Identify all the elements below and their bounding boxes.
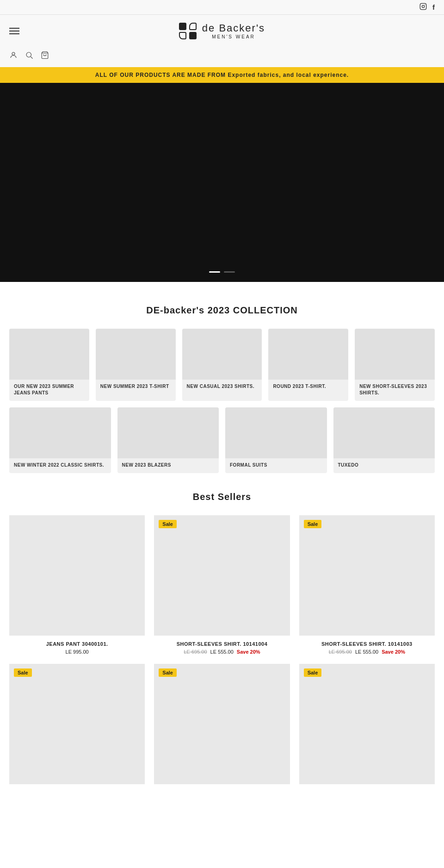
- sale-badge-6: Sale: [304, 668, 322, 677]
- hero-dot-1[interactable]: [209, 271, 220, 273]
- collection-card-label-0: OUR NEW 2023 SUMMER JEANS PANTS: [9, 380, 89, 401]
- collection-card-img-4: [355, 329, 435, 380]
- sale-badge-5: Sale: [159, 668, 177, 677]
- facebook-icon[interactable]: f: [432, 3, 435, 11]
- logo-icon: [179, 23, 197, 39]
- price-sale-2: LE 555.00: [210, 649, 234, 655]
- logo-text: de Backer's MEN'S WEAR: [202, 22, 265, 40]
- collection-card-label-1: NEW SUMMER 2023 T-SHIRT: [96, 380, 176, 394]
- collection-card-label-6: NEW 2023 BLAZERS: [117, 458, 219, 473]
- user-icon[interactable]: [9, 51, 18, 62]
- svg-point-1: [422, 5, 424, 7]
- sale-badge-3: Sale: [304, 520, 322, 528]
- collection-grid-top: OUR NEW 2023 SUMMER JEANS PANTS NEW SUMM…: [9, 329, 435, 401]
- price-original-3: LE 695.00: [329, 649, 352, 655]
- announcement-bar: ALL OF OUR PRODUCTS ARE MADE FROM Export…: [0, 67, 444, 83]
- collection-card-img-6: [117, 407, 219, 458]
- product-img-3: Sale: [299, 515, 435, 636]
- collection-card-img-0: [9, 329, 89, 380]
- product-name-1: JEANS PANT 30400101.: [9, 641, 145, 647]
- collection-card-label-4: NEW SHORT-SLEEVES 2023 SHIRTS.: [355, 380, 435, 401]
- product-name-3: SHORT-SLEEVES SHIRT. 10141003: [299, 641, 435, 647]
- collection-card-img-5: [9, 407, 111, 458]
- collection-card-3[interactable]: ROUND 2023 T-SHIRT.: [268, 329, 348, 401]
- price-save-3: Save 20%: [382, 649, 405, 655]
- svg-rect-0: [420, 3, 426, 9]
- collection-card-img-3: [268, 329, 348, 380]
- price-save-2: Save 20%: [237, 649, 260, 655]
- svg-point-3: [12, 52, 15, 55]
- collection-card-label-2: NEW CASUAL 2023 SHIRTS.: [182, 380, 262, 394]
- product-img-5: Sale: [154, 664, 290, 784]
- product-img-4: Sale: [9, 664, 145, 784]
- price-regular-1: LE 995.00: [66, 649, 89, 655]
- collection-card-0[interactable]: OUR NEW 2023 SUMMER JEANS PANTS: [9, 329, 89, 401]
- collection-card-img-2: [182, 329, 262, 380]
- announcement-text: ALL OF OUR PRODUCTS ARE MADE FROM Export…: [95, 72, 349, 78]
- collection-card-img-7: [225, 407, 327, 458]
- section-gap-1: [0, 282, 444, 305]
- product-img-2: Sale: [154, 515, 290, 636]
- collection-grid-bottom: NEW WINTER 2022 CLASSIC SHIRTS. NEW 2023…: [9, 407, 435, 473]
- instagram-icon[interactable]: [419, 3, 427, 12]
- product-price-2: LE 695.00 LE 555.00 Save 20%: [154, 649, 290, 655]
- brand-name: de Backer's: [202, 22, 265, 34]
- product-img-6: Sale: [299, 664, 435, 784]
- product-card-6[interactable]: Sale: [299, 664, 435, 790]
- brand-sub: MEN'S WEAR: [202, 34, 265, 40]
- menu-button[interactable]: [9, 28, 19, 34]
- top-social-bar: f: [0, 0, 444, 15]
- collection-card-label-5: NEW WINTER 2022 CLASSIC SHIRTS.: [9, 458, 111, 473]
- price-sale-3: LE 555.00: [355, 649, 378, 655]
- products-row-1: JEANS PANT 30400101. LE 995.00 Sale SHOR…: [9, 515, 435, 655]
- svg-point-4: [26, 52, 31, 57]
- product-img-1: [9, 515, 145, 636]
- nav-icons-bar: [0, 47, 444, 67]
- product-card-4[interactable]: Sale: [9, 664, 145, 790]
- sale-badge-2: Sale: [159, 520, 177, 528]
- search-icon[interactable]: [25, 51, 33, 62]
- product-card-5[interactable]: Sale: [154, 664, 290, 790]
- header: de Backer's MEN'S WEAR: [0, 15, 444, 47]
- logo[interactable]: de Backer's MEN'S WEAR: [179, 22, 265, 40]
- collection-card-label-7: FORMAL SUITS: [225, 458, 327, 473]
- collection-card-label-8: TUXEDO: [333, 458, 435, 473]
- svg-line-5: [31, 57, 32, 59]
- product-price-3: LE 695.00 LE 555.00 Save 20%: [299, 649, 435, 655]
- collection-card-5[interactable]: NEW WINTER 2022 CLASSIC SHIRTS.: [9, 407, 111, 473]
- product-price-1: LE 995.00: [9, 649, 145, 655]
- product-card-2[interactable]: Sale SHORT-SLEEVES SHIRT. 10141004 LE 69…: [154, 515, 290, 655]
- collection-title: DE-backer's 2023 COLLECTION: [9, 305, 435, 316]
- collection-section: DE-backer's 2023 COLLECTION OUR NEW 2023…: [0, 305, 444, 492]
- collection-card-8[interactable]: TUXEDO: [333, 407, 435, 473]
- hero-dots: [209, 271, 235, 273]
- collection-card-label-3: ROUND 2023 T-SHIRT.: [268, 380, 348, 394]
- collection-card-img-8: [333, 407, 435, 458]
- collection-card-7[interactable]: FORMAL SUITS: [225, 407, 327, 473]
- svg-point-2: [425, 5, 425, 5]
- price-original-2: LE 695.00: [184, 649, 207, 655]
- sale-badge-4: Sale: [14, 668, 32, 677]
- product-card-1[interactable]: JEANS PANT 30400101. LE 995.00: [9, 515, 145, 655]
- products-row-2: Sale Sale Sale: [9, 664, 435, 790]
- bestsellers-title: Best Sellers: [9, 492, 435, 502]
- collection-card-img-1: [96, 329, 176, 380]
- bestsellers-section: Best Sellers JEANS PANT 30400101. LE 995…: [0, 492, 444, 818]
- product-name-2: SHORT-SLEEVES SHIRT. 10141004: [154, 641, 290, 647]
- hero-dot-2[interactable]: [224, 271, 235, 273]
- cart-icon[interactable]: [41, 51, 49, 62]
- collection-card-2[interactable]: NEW CASUAL 2023 SHIRTS.: [182, 329, 262, 401]
- hero-banner[interactable]: [0, 83, 444, 282]
- collection-card-4[interactable]: NEW SHORT-SLEEVES 2023 SHIRTS.: [355, 329, 435, 401]
- collection-card-6[interactable]: NEW 2023 BLAZERS: [117, 407, 219, 473]
- collection-card-1[interactable]: NEW SUMMER 2023 T-SHIRT: [96, 329, 176, 401]
- product-card-3[interactable]: Sale SHORT-SLEEVES SHIRT. 10141003 LE 69…: [299, 515, 435, 655]
